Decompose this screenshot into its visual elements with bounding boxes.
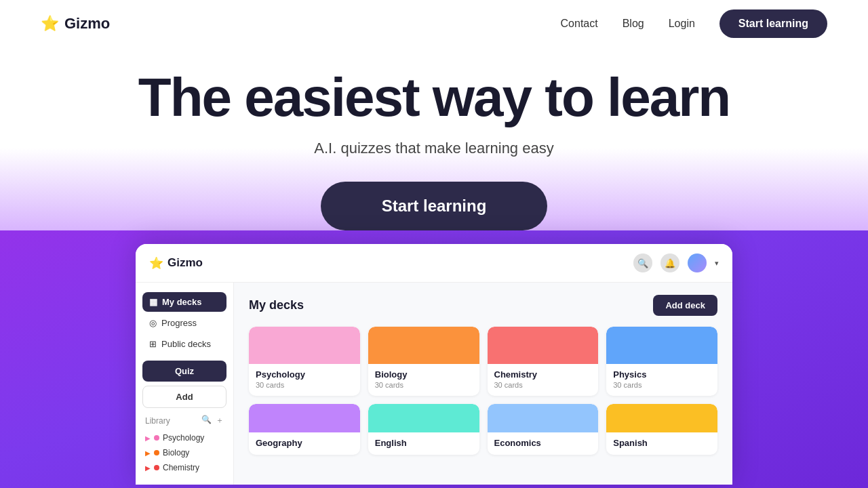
lib-arrow-biology: ▶ xyxy=(145,449,151,457)
deck-name-english: English xyxy=(375,438,473,448)
app-topbar-icons: 🔍 🔔 ▾ xyxy=(633,253,719,272)
deck-color-biology xyxy=(368,327,479,364)
lib-arrow-psychology: ▶ xyxy=(145,434,151,442)
app-logo-text: Gizmo xyxy=(167,256,203,270)
search-icon[interactable]: 🔍 xyxy=(633,253,652,272)
deck-count-biology: 30 cards xyxy=(375,381,473,389)
deck-name-spanish: Spanish xyxy=(613,438,711,448)
deck-name-geography: Geography xyxy=(256,438,353,448)
deck-card-economics[interactable]: Economics xyxy=(488,404,599,455)
app-logo-star: ⭐ xyxy=(149,256,163,270)
deck-info-economics: Economics xyxy=(488,432,599,455)
deck-info-physics: Physics 30 cards xyxy=(606,364,717,396)
sidebar-library: Library 🔍 ＋ ▶ Psychology ▶ xyxy=(142,415,226,475)
logo-text: Gizmo xyxy=(64,15,110,33)
deck-count-psychology: 30 cards xyxy=(256,381,353,389)
deck-name-biology: Biology xyxy=(375,369,473,380)
app-main: My decks Add deck Psychology 30 cards xyxy=(234,283,732,485)
public-decks-icon: ⊞ xyxy=(149,339,157,349)
deck-info-spanish: Spanish xyxy=(606,432,717,455)
my-decks-icon: ▦ xyxy=(149,297,157,307)
decks-header: My decks Add deck xyxy=(249,295,717,316)
progress-icon: ◎ xyxy=(149,318,157,328)
hero-section: The easiest way to learn A.I. quizzes th… xyxy=(0,47,868,230)
deck-color-chemistry xyxy=(488,327,599,364)
quiz-button[interactable]: Quiz xyxy=(142,361,226,382)
sidebar-action-buttons: Quiz Add xyxy=(142,361,226,408)
lib-item-psychology[interactable]: ▶ Psychology xyxy=(142,430,226,445)
app-topbar: ⭐ Gizmo 🔍 🔔 ▾ xyxy=(136,244,732,283)
deck-name-chemistry: Chemistry xyxy=(494,369,592,380)
app-logo: ⭐ Gizmo xyxy=(149,256,203,270)
app-body: ▦ My decks ◎ Progress ⊞ Public decks Qui… xyxy=(136,283,732,485)
deck-name-psychology: Psychology xyxy=(256,369,353,380)
sidebar-item-progress[interactable]: ◎ Progress xyxy=(142,313,226,333)
avatar[interactable] xyxy=(688,253,707,272)
search-library-icon[interactable]: 🔍 xyxy=(201,415,212,426)
deck-count-physics: 30 cards xyxy=(613,381,711,389)
lib-item-biology[interactable]: ▶ Biology xyxy=(142,445,226,460)
deck-color-psychology xyxy=(249,327,360,364)
lib-arrow-chemistry: ▶ xyxy=(145,464,151,472)
decks-title: My decks xyxy=(249,298,304,312)
header: ⭐ Gizmo Contact Blog Login Start learnin… xyxy=(0,0,868,47)
lib-item-chemistry[interactable]: ▶ Chemistry xyxy=(142,460,226,475)
page-wrapper: ⭐ Gizmo Contact Blog Login Start learnin… xyxy=(0,0,868,488)
deck-color-economics xyxy=(488,404,599,432)
deck-name-physics: Physics xyxy=(613,369,711,380)
app-sidebar: ▦ My decks ◎ Progress ⊞ Public decks Qui… xyxy=(136,283,234,485)
deck-info-chemistry: Chemistry 30 cards xyxy=(488,364,599,396)
deck-color-spanish xyxy=(606,404,717,432)
library-actions[interactable]: 🔍 ＋ xyxy=(201,415,224,426)
deck-card-geography[interactable]: Geography xyxy=(249,404,360,455)
lib-dot-biology xyxy=(154,450,159,455)
app-mockup: ⭐ Gizmo 🔍 🔔 ▾ ▦ My decks xyxy=(136,244,732,485)
lib-dot-chemistry xyxy=(154,465,159,470)
deck-count-chemistry: 30 cards xyxy=(494,381,592,389)
nav-start-learning-button[interactable]: Start learning xyxy=(719,9,827,38)
lib-label-psychology: Psychology xyxy=(163,433,204,443)
add-deck-button[interactable]: Add deck xyxy=(653,295,717,316)
decks-grid-row2: Geography English Economic xyxy=(249,404,717,455)
deck-info-biology: Biology 30 cards xyxy=(368,364,479,396)
deck-card-spanish[interactable]: Spanish xyxy=(606,404,717,455)
deck-info-geography: Geography xyxy=(249,432,360,455)
lib-label-biology: Biology xyxy=(163,448,189,458)
logo[interactable]: ⭐ Gizmo xyxy=(41,15,110,33)
decks-grid-row1: Psychology 30 cards Biology 30 cards xyxy=(249,327,717,396)
deck-card-english[interactable]: English xyxy=(368,404,479,455)
library-label: Library xyxy=(145,416,170,426)
add-button[interactable]: Add xyxy=(142,386,226,408)
nav-blog[interactable]: Blog xyxy=(623,18,644,30)
deck-card-psychology[interactable]: Psychology 30 cards xyxy=(249,327,360,396)
deck-info-english: English xyxy=(368,432,479,455)
hero-subtitle: A.I. quizzes that make learning easy xyxy=(314,140,553,157)
lib-dot-psychology xyxy=(154,435,159,441)
nav-login[interactable]: Login xyxy=(669,18,695,30)
hero-title: The easiest way to learn xyxy=(138,68,730,127)
library-header: Library 🔍 ＋ xyxy=(142,415,226,426)
deck-name-economics: Economics xyxy=(494,438,592,448)
deck-card-physics[interactable]: Physics 30 cards xyxy=(606,327,717,396)
hero-start-learning-button[interactable]: Start learning xyxy=(321,182,548,230)
sidebar-item-my-decks-label: My decks xyxy=(162,297,202,307)
deck-info-psychology: Psychology 30 cards xyxy=(249,364,360,396)
sidebar-item-progress-label: Progress xyxy=(161,318,197,328)
deck-card-chemistry[interactable]: Chemistry 30 cards xyxy=(488,327,599,396)
bell-icon[interactable]: 🔔 xyxy=(660,253,679,272)
nav-contact[interactable]: Contact xyxy=(561,18,598,30)
mockup-section: ⭐ Gizmo 🔍 🔔 ▾ ▦ My decks xyxy=(0,230,868,488)
deck-color-english xyxy=(368,404,479,432)
nav: Contact Blog Login Start learning xyxy=(561,9,827,38)
sidebar-item-public-decks-label: Public decks xyxy=(161,339,211,349)
sidebar-item-my-decks[interactable]: ▦ My decks xyxy=(142,292,226,312)
deck-color-physics xyxy=(606,327,717,364)
chevron-down-icon[interactable]: ▾ xyxy=(715,259,719,268)
sidebar-item-public-decks[interactable]: ⊞ Public decks xyxy=(142,334,226,354)
add-library-icon[interactable]: ＋ xyxy=(216,415,224,426)
deck-color-geography xyxy=(249,404,360,432)
logo-star: ⭐ xyxy=(41,15,59,33)
lib-label-chemistry: Chemistry xyxy=(163,463,199,472)
deck-card-biology[interactable]: Biology 30 cards xyxy=(368,327,479,396)
